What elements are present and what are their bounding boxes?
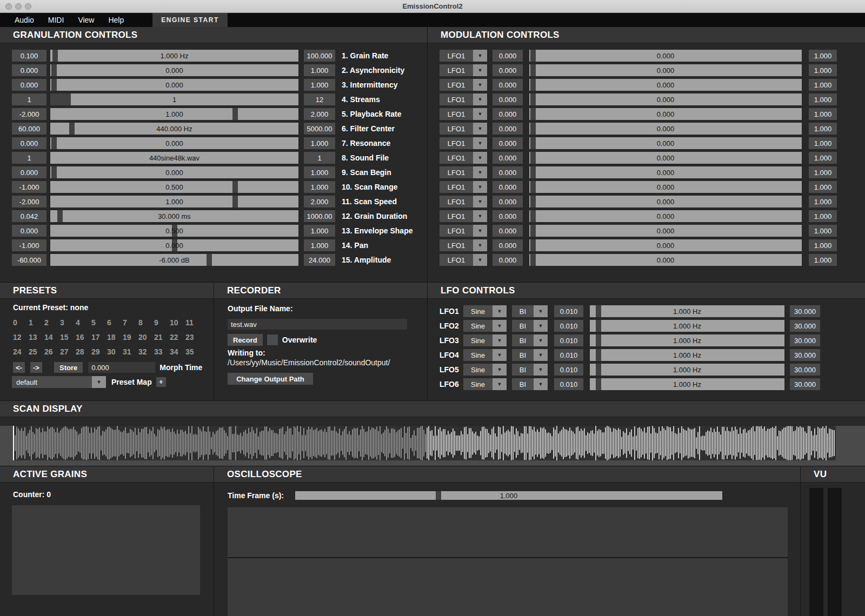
slider-handle[interactable] [530,210,536,222]
overwrite-checkbox[interactable] [267,334,278,345]
chevron-down-icon[interactable]: ▼ [473,93,487,105]
chevron-down-icon[interactable]: ▼ [92,376,106,388]
preset-slot[interactable]: 26 [44,348,60,356]
lfo-max-value[interactable]: 30.000 [790,305,820,317]
slider-handle[interactable] [232,108,238,120]
mod-source-dropdown[interactable]: LFO1 ▼ [440,64,487,76]
mod-source-dropdown[interactable]: LFO1 ▼ [440,196,487,207]
lfo-min-value[interactable]: 0.010 [554,349,583,361]
menu-item[interactable]: Help [101,13,131,27]
lfo-min-value[interactable]: 0.010 [554,378,583,390]
preset-slot[interactable]: 20 [138,333,154,342]
param-max-value[interactable]: 24.000 [304,254,335,266]
mod-max-value[interactable]: 1.000 [809,50,837,62]
preset-map-dropdown[interactable]: default ▼ [12,376,106,388]
preset-slot[interactable]: 3 [60,319,76,327]
slider-handle[interactable] [51,137,57,149]
preset-slot[interactable]: 29 [91,348,107,356]
lfo-frequency-slider[interactable]: 1.000 Hz [590,305,784,317]
slider-handle[interactable] [530,225,536,237]
lfo-max-value[interactable]: 30.000 [790,320,820,332]
mod-max-value[interactable]: 1.000 [809,79,837,91]
slider-handle[interactable] [530,64,536,76]
mod-source-dropdown[interactable]: LFO1 ▼ [440,79,487,91]
preset-slot[interactable]: 28 [76,348,91,356]
mod-max-value[interactable]: 1.000 [809,210,837,222]
mod-source-dropdown[interactable]: LFO1 ▼ [440,254,487,266]
lfo-polarity-dropdown[interactable]: BI ▼ [512,305,548,317]
mod-depth-value[interactable]: 0.000 [493,137,523,149]
lfo-polarity-dropdown[interactable]: BI ▼ [512,378,548,390]
param-min-value[interactable]: -2.000 [12,196,46,207]
preset-slot[interactable]: 21 [154,333,170,342]
store-button[interactable]: Store [54,362,83,373]
param-max-value[interactable]: 2.000 [304,108,335,120]
mod-source-dropdown[interactable]: LFO1 ▼ [440,93,487,105]
param-min-value[interactable]: 1 [12,93,46,105]
slider-handle[interactable] [530,254,536,266]
slider-handle[interactable] [530,50,536,62]
lfo-max-value[interactable]: 30.000 [790,364,820,376]
chevron-down-icon[interactable]: ▼ [473,108,487,120]
preset-slot[interactable]: 15 [60,333,76,342]
mod-source-dropdown[interactable]: LFO1 ▼ [440,210,487,222]
chevron-down-icon[interactable]: ▼ [473,64,487,76]
preset-slot[interactable]: 9 [154,319,170,327]
mod-depth-value[interactable]: 0.000 [493,239,523,251]
mod-max-value[interactable]: 1.000 [809,225,837,237]
param-slider[interactable]: 440sine48k.wav [50,152,298,164]
lfo-min-value[interactable]: 0.010 [554,334,583,346]
preset-slot[interactable]: 8 [138,319,154,327]
param-max-value[interactable]: 1.000 [304,64,335,76]
mod-max-value[interactable]: 1.000 [809,108,837,120]
mod-source-dropdown[interactable]: LFO1 ▼ [440,225,487,237]
lfo-shape-dropdown[interactable]: Sine ▼ [463,334,507,346]
param-max-value[interactable]: 1.000 [304,239,335,251]
mod-source-dropdown[interactable]: LFO1 ▼ [440,239,487,251]
slider-handle[interactable] [530,166,536,178]
chevron-down-icon[interactable]: ▼ [473,50,487,62]
param-max-value[interactable]: 1000.00 [304,210,335,222]
param-min-value[interactable]: 0.100 [12,50,46,62]
slider-handle[interactable] [530,239,536,251]
param-slider[interactable]: 0.000 [50,239,298,251]
preset-slot[interactable]: 16 [76,333,91,342]
lfo-polarity-dropdown[interactable]: BI ▼ [512,334,548,346]
slider-handle[interactable] [530,196,536,207]
param-max-value[interactable]: 1.000 [304,181,335,193]
param-max-value[interactable]: 100.000 [304,50,335,62]
param-max-value[interactable]: 1 [304,152,335,164]
preset-slot[interactable]: 17 [91,333,107,342]
chevron-down-icon[interactable]: ▼ [534,349,548,361]
param-slider[interactable]: 1.000 [50,196,298,207]
slider-handle[interactable] [596,334,601,346]
slider-handle[interactable] [596,320,601,332]
mod-slider[interactable]: 0.000 [529,254,802,266]
param-min-value[interactable]: -1.000 [12,239,46,251]
chevron-down-icon[interactable]: ▼ [493,320,507,332]
chevron-down-icon[interactable]: ▼ [493,364,507,376]
param-min-value[interactable]: 0.042 [12,210,46,222]
slider-handle[interactable] [530,108,536,120]
slider-handle[interactable] [232,196,238,207]
mod-slider[interactable]: 0.000 [529,137,802,149]
mod-depth-value[interactable]: 0.000 [493,123,523,135]
slider-handle[interactable] [596,305,601,317]
preset-slot[interactable]: 23 [185,333,201,342]
param-min-value[interactable]: 60.000 [12,123,46,135]
param-slider[interactable]: 30.000 ms [50,210,298,222]
lfo-max-value[interactable]: 30.000 [790,378,820,390]
param-slider[interactable]: 1.000 Hz [50,50,298,62]
preset-slot[interactable]: 10 [170,319,185,327]
chevron-down-icon[interactable]: ▼ [534,305,548,317]
mod-slider[interactable]: 0.000 [529,50,802,62]
param-slider[interactable]: 1.000 [50,108,298,120]
mod-depth-value[interactable]: 0.000 [493,108,523,120]
mod-slider[interactable]: 0.000 [529,123,802,135]
chevron-down-icon[interactable]: ▼ [473,166,487,178]
lfo-shape-dropdown[interactable]: Sine ▼ [463,320,507,332]
lfo-min-value[interactable]: 0.010 [554,320,583,332]
chevron-down-icon[interactable]: ▼ [493,305,507,317]
mod-max-value[interactable]: 1.000 [809,93,837,105]
param-min-value[interactable]: -2.000 [12,108,46,120]
